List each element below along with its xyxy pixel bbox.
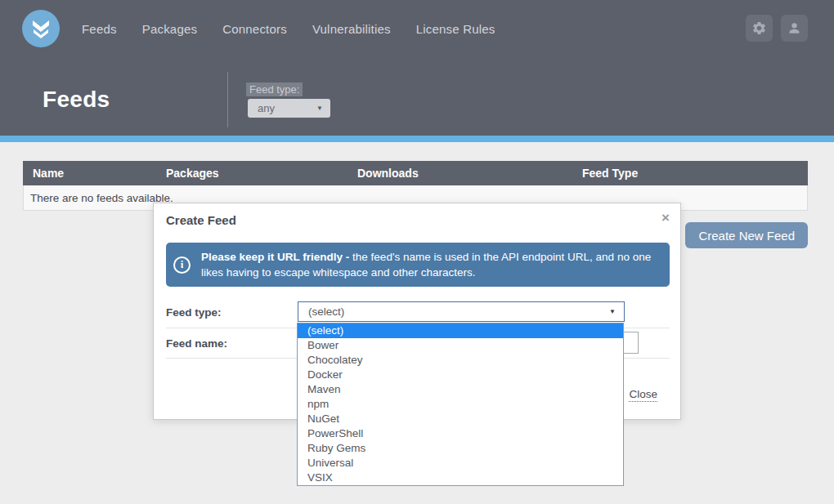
page-header: Feeds Feed type: any ▼ [0, 57, 834, 142]
table-header-row: Name Packages Downloads Feed Type [23, 161, 808, 185]
dropdown-option-maven[interactable]: Maven [298, 382, 623, 397]
dropdown-option-nuget[interactable]: NuGet [298, 412, 623, 426]
dropdown-option-bower[interactable]: Bower [298, 338, 623, 353]
dropdown-option-chocolatey[interactable]: Chocolatey [298, 353, 623, 368]
settings-button[interactable] [746, 15, 773, 42]
proget-logo[interactable] [22, 10, 60, 47]
nav-item-feeds[interactable]: Feeds [82, 22, 117, 36]
feed-type-filter-select[interactable]: any ▼ [248, 99, 330, 118]
feed-name-label: Feed name: [166, 337, 227, 350]
info-banner: i Please keep it URL friendly - the feed… [166, 243, 670, 287]
caret-down-icon: ▼ [316, 105, 323, 112]
page-title: Feeds [43, 87, 110, 113]
dropdown-option-ruby-gems[interactable]: Ruby Gems [298, 441, 623, 456]
create-new-feed-button[interactable]: Create New Feed [685, 222, 808, 248]
nav-item-connectors[interactable]: Connectors [222, 22, 287, 36]
feed-type-dropdown: (select) Bower Chocolatey Docker Maven n… [297, 323, 624, 486]
modal-title: Create Feed [166, 213, 236, 227]
info-text-bold: Please keep it URL friendly - [201, 251, 349, 263]
nav-links: Feeds Packages Connectors Vulnerabilitie… [82, 22, 495, 36]
nav-item-vulnerabilities[interactable]: Vulnerabilities [312, 22, 391, 36]
dropdown-option-select[interactable]: (select) [298, 323, 623, 338]
column-header-packages: Packages [156, 167, 348, 180]
user-icon [787, 20, 802, 36]
divider [227, 72, 228, 127]
column-header-feed-type: Feed Type [572, 167, 808, 180]
gear-icon [751, 20, 767, 36]
dropdown-option-docker[interactable]: Docker [298, 368, 623, 382]
dropdown-option-powershell[interactable]: PowerShell [298, 426, 623, 441]
feed-type-label: Feed type: [166, 306, 222, 319]
close-icon[interactable]: × [661, 211, 670, 225]
feed-type-filter-value: any [258, 102, 316, 114]
nav-item-license-rules[interactable]: License Rules [416, 22, 495, 36]
column-header-name: Name [23, 167, 156, 180]
dropdown-option-vsix[interactable]: VSIX [298, 471, 623, 485]
user-button[interactable] [781, 15, 808, 42]
dropdown-option-universal[interactable]: Universal [298, 456, 623, 471]
dropdown-option-npm[interactable]: npm [298, 397, 623, 412]
close-link[interactable]: Close [629, 388, 657, 402]
column-header-downloads: Downloads [348, 167, 572, 180]
feed-type-select-value: (select) [308, 306, 609, 318]
caret-down-icon: ▼ [609, 308, 616, 315]
top-navbar: Feeds Packages Connectors Vulnerabilitie… [0, 0, 834, 57]
nav-item-packages[interactable]: Packages [142, 22, 197, 36]
info-icon: i [173, 256, 191, 274]
feed-type-select[interactable]: (select) ▼ [298, 301, 625, 322]
page: Feeds Packages Connectors Vulnerabilitie… [0, 0, 834, 504]
info-text: Please keep it URL friendly - the feed's… [201, 249, 661, 280]
feed-type-filter-label: Feed type: [246, 83, 303, 96]
nav-actions [746, 15, 808, 42]
double-chevron-icon [30, 18, 52, 39]
